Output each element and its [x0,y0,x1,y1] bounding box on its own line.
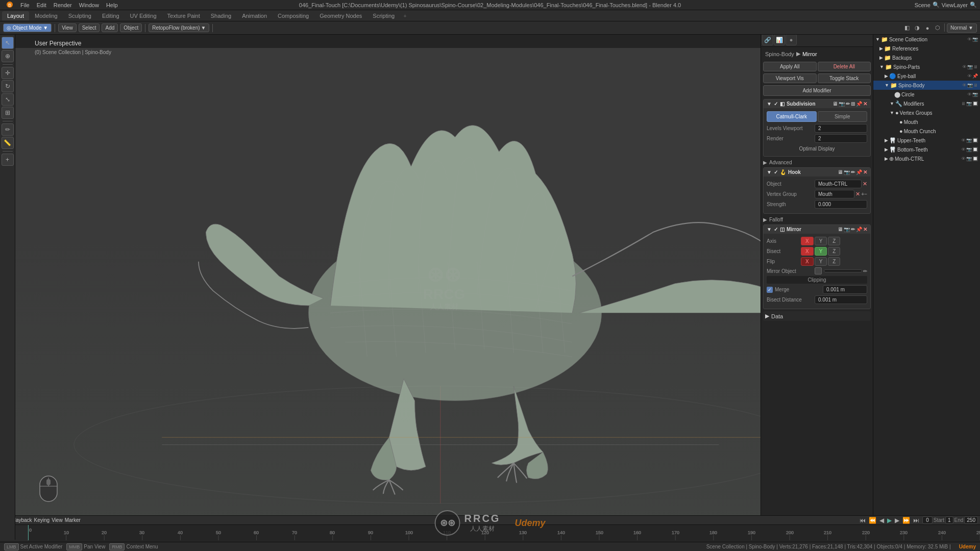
subdiv-pin-btn[interactable]: 📌 [856,101,862,107]
marker-label[interactable]: Marker [65,517,81,523]
start-value[interactable]: 1 [945,516,953,524]
subdiv-cage-btn[interactable]: ⊞ [851,101,855,107]
bisect-distance-value[interactable]: 0.001 m [815,295,867,304]
tab-geometry-nodes[interactable]: Geometry Nodes [314,11,367,20]
subdiv-render-btn[interactable]: 📷 [839,101,845,107]
outliner-backups[interactable]: ▶ 📁 Backups [873,53,980,62]
main-viewport[interactable]: User Perspective (0) Scene Collection | … [15,35,873,540]
eb-pin-icon[interactable]: 📌 [972,73,978,79]
measure-tool[interactable]: 📏 [2,137,14,149]
viewlayer-icon[interactable]: 🔍 [970,2,977,8]
menu-window[interactable]: Window [76,1,102,9]
outliner-mouth-crunch[interactable]: ▶ ● Mouth Crunch [873,127,980,136]
shading-material-btn[interactable]: ◑ [913,23,922,33]
prev-keyframe-btn[interactable]: ◀ [878,517,885,524]
end-value[interactable]: 250 [964,516,978,524]
play-btn[interactable]: ▶ [886,517,893,524]
cursor-tool[interactable]: ⊕ [2,50,14,62]
hook-vis-checkbox[interactable]: ✓ [774,169,778,175]
hook-vgroup-add[interactable]: +− [861,191,867,197]
addon-dropdown[interactable]: RetopoFlow (broken) ▼ [149,23,209,32]
render-value[interactable]: 2 [815,134,867,143]
menu-file[interactable]: File [17,1,33,9]
mod-vis[interactable]: 🖥 [961,101,966,106]
falloff-toggle[interactable]: ▶ Falloff [763,216,871,223]
merge-value[interactable]: 0.001 m [823,285,867,294]
outliner-modifiers[interactable]: ▼ 🔧 Modifiers 🖥 📷 🔲 [873,99,980,108]
subdiv-realtime-btn[interactable]: 🖥 [832,101,838,107]
mctrl-ren[interactable]: 🔲 [972,156,978,161]
add-workspace-button[interactable]: + [400,12,409,20]
props-tab-data[interactable]: 📊 [774,34,785,45]
sc-camera-icon[interactable]: 📷 [972,37,978,42]
select-tool[interactable]: ↖ [2,37,14,49]
tab-compositing[interactable]: Compositing [273,11,314,20]
eb-vis-icon[interactable]: 👁 [967,73,972,79]
delete-all-btn[interactable]: Delete All [818,62,871,71]
outliner-spino-body[interactable]: ▼ 📁 Spino-Body 👁 📷 🖥 [873,81,980,90]
mirror-vis-checkbox[interactable]: ✓ [774,227,778,232]
props-tab-constraint[interactable]: 🔗 [762,34,773,45]
hook-object-clear[interactable]: ✕ [863,181,867,187]
subdivision-header[interactable]: ▼ ✓ ◧ Subdivision 🖥 📷 ✏ ⊞ 📌 ✕ [764,99,870,108]
object-menu[interactable]: Object [120,23,142,32]
axis-x-btn[interactable]: X [801,237,814,245]
jump-end-btn[interactable]: ⏭ [912,517,920,524]
tab-layout[interactable]: Layout [2,11,29,20]
tab-texture-paint[interactable]: Texture Paint [162,11,205,20]
mirror-render-btn[interactable]: 📷 [844,227,850,232]
shading-mode[interactable]: Normal ▼ [947,23,977,33]
outliner-circle[interactable]: ▶ ⬤ Circle 👁 📷 [873,90,980,99]
levels-viewport-value[interactable]: 2 [815,124,867,133]
mctrl-cam[interactable]: 📷 [966,156,972,161]
tab-uv-editing[interactable]: UV Editing [125,11,162,20]
bisect-y-btn[interactable]: Y [815,247,827,256]
ut-ren[interactable]: 🔲 [972,138,978,143]
next-frame-btn[interactable]: ⏩ [901,517,911,524]
hook-strength-value[interactable]: 0.000 [815,200,867,209]
sb-camera-icon[interactable]: 📷 [967,83,973,88]
flip-y-btn[interactable]: Y [815,257,827,266]
annotate-tool[interactable]: ✏ [2,123,14,136]
mirror-object-picker[interactable]: ✏ [863,268,867,274]
data-section[interactable]: ▶ Data [763,311,871,321]
hook-render-btn[interactable]: 📷 [844,169,850,175]
jump-start-btn[interactable]: ⏮ [859,517,867,524]
mod-cam[interactable]: 📷 [966,101,972,106]
ut-cam[interactable]: 📷 [966,138,972,143]
flip-x-btn[interactable]: X [801,257,814,266]
bisect-z-btn[interactable]: Z [828,247,840,256]
bt-ren[interactable]: 🔲 [972,147,978,152]
sp-render-icon[interactable]: 🖥 [973,64,978,69]
add-menu[interactable]: Add [102,23,118,32]
outliner-mouth[interactable]: ▶ ● Mouth [873,117,980,127]
hook-vgroup-input[interactable]: Mouth [815,190,854,198]
sb-render-icon[interactable]: 🖥 [973,83,978,88]
transform-tool[interactable]: ⊞ [2,107,14,119]
outliner-eyeball[interactable]: ▶ 🔵 Eye-ball 👁 📌 [873,71,980,81]
mirror-pin-btn[interactable]: 📌 [856,227,862,232]
outliner-upper-teeth[interactable]: ▶ 🦷 Upper-Teeth 👁 📷 🔲 [873,136,980,145]
sb-vis-icon[interactable]: 👁 [962,83,967,88]
bt-vis[interactable]: 👁 [961,147,966,152]
mirror-header[interactable]: ▼ ✓ ◫ Mirror 🖥 📷 ✏ 📌 ✕ [764,225,870,234]
scale-tool[interactable]: ⤡ [2,93,14,106]
apply-all-btn[interactable]: Apply All [763,62,817,71]
ci-cam[interactable]: 📷 [972,92,978,97]
subdivision-vis-checkbox[interactable]: ✓ [774,101,778,107]
hook-realtime-btn[interactable]: 🖥 [838,169,843,175]
catmull-clark-btn[interactable]: Catmull-Clark [767,111,817,122]
axis-z-btn[interactable]: Z [828,237,840,245]
add-modifier-btn[interactable]: Add Modifier [763,85,871,96]
keying-label[interactable]: Keying [34,517,50,523]
hook-close-btn[interactable]: ✕ [863,169,867,175]
view-menu[interactable]: View [58,23,77,32]
tab-editing[interactable]: Editing [97,11,125,20]
outliner-bottom-teeth[interactable]: ▶ 🦷 Bottom-Teeth 👁 📷 🔲 [873,145,980,154]
current-frame-display[interactable]: 0 [922,516,933,524]
mirror-object-input[interactable] [824,269,862,272]
advanced-toggle[interactable]: ▶ Advanced [763,159,871,166]
hook-edit-btn[interactable]: ✏ [851,169,855,175]
flip-z-btn[interactable]: Z [828,257,840,266]
outliner-spino-parts[interactable]: ▼ 📁 Spino-Parts 👁 📷 🖥 [873,62,980,71]
